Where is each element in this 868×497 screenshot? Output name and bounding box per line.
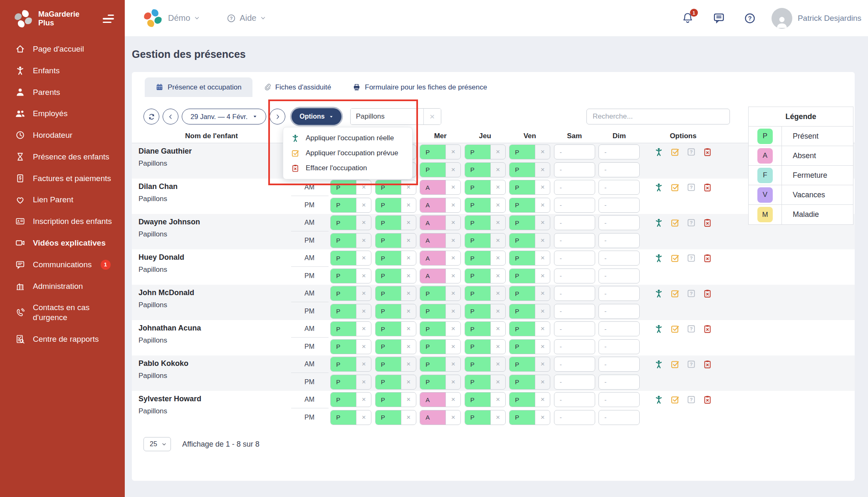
status-value[interactable]: P — [509, 234, 535, 248]
clear-cell-button[interactable]: × — [445, 304, 460, 318]
sidebar-item[interactable]: Enfants — [0, 60, 125, 82]
status-value[interactable]: P — [331, 322, 356, 336]
clear-cell-button[interactable]: × — [356, 340, 371, 354]
status-value[interactable]: P — [376, 375, 401, 389]
status-value[interactable]: P — [509, 198, 535, 212]
child-icon[interactable] — [654, 360, 663, 369]
clear-cell-button[interactable]: × — [401, 234, 416, 248]
clear-cell-button[interactable]: × — [401, 251, 416, 265]
occupation-cell-empty[interactable]: - — [554, 392, 595, 407]
status-value[interactable]: P — [376, 216, 401, 230]
menu-item[interactable]: Effacer l'occupation — [283, 161, 412, 176]
occupation-cell-empty[interactable]: - — [554, 268, 595, 283]
occupation-cell-empty[interactable]: - — [598, 162, 640, 177]
status-value[interactable]: P — [331, 216, 356, 230]
clear-cell-button[interactable]: × — [401, 393, 416, 407]
clear-cell-button[interactable]: × — [445, 234, 460, 248]
status-value[interactable]: P — [465, 322, 490, 336]
child-name[interactable]: Diane Gauthier — [138, 147, 291, 156]
status-value[interactable]: P — [465, 163, 490, 177]
sidebar-item[interactable]: Horodateur — [0, 124, 125, 146]
occupation-cell-empty[interactable]: - — [598, 251, 640, 266]
clear-cell-button[interactable]: × — [356, 357, 371, 371]
status-value[interactable]: P — [465, 269, 490, 283]
clear-cell-button[interactable]: × — [356, 216, 371, 230]
child-icon[interactable] — [654, 218, 663, 227]
status-value[interactable]: P — [509, 145, 535, 159]
sidebar-item[interactable]: Présence des enfants — [0, 146, 125, 168]
status-value[interactable]: P — [420, 340, 445, 354]
clear-cell-button[interactable]: × — [445, 180, 460, 194]
occupation-cell-empty[interactable]: - — [598, 392, 640, 407]
occupation-cell-empty[interactable]: - — [598, 144, 640, 159]
occupation-cell-empty[interactable]: - — [598, 233, 640, 248]
menu-item[interactable]: Appliquer l'occupation réelle — [283, 131, 412, 146]
child-icon[interactable] — [654, 147, 663, 157]
occupation-cell-empty[interactable]: - — [598, 215, 640, 230]
search-input[interactable] — [586, 109, 730, 124]
status-value[interactable]: P — [376, 410, 401, 425]
child-name[interactable]: Sylvester Howard — [138, 395, 291, 403]
status-value[interactable]: P — [331, 180, 356, 194]
occupation-cell-empty[interactable]: - — [554, 375, 595, 390]
status-value[interactable]: P — [420, 163, 445, 177]
status-value[interactable]: P — [465, 304, 490, 318]
child-icon[interactable] — [654, 395, 663, 404]
status-value[interactable]: P — [331, 340, 356, 354]
clear-cell-button[interactable]: × — [401, 375, 416, 389]
checkbox-icon[interactable] — [670, 360, 680, 369]
clear-cell-button[interactable]: × — [445, 145, 460, 159]
org-switcher[interactable]: Démo — [168, 13, 200, 23]
status-value[interactable]: P — [509, 269, 535, 283]
clear-cell-button[interactable]: × — [490, 322, 505, 336]
status-value[interactable]: P — [509, 340, 535, 354]
notifications-button[interactable]: 1 — [682, 12, 694, 24]
child-name[interactable]: John McDonald — [138, 288, 291, 297]
clear-cell-button[interactable]: × — [356, 410, 371, 425]
sidebar-item[interactable]: Factures et paiements — [0, 168, 125, 189]
clear-cell-button[interactable]: × — [445, 163, 460, 177]
clear-cell-button[interactable]: × — [445, 340, 460, 354]
status-value[interactable]: P — [331, 286, 356, 301]
clear-cell-button[interactable]: × — [490, 216, 505, 230]
clear-cell-button[interactable]: × — [535, 357, 550, 371]
status-value[interactable]: P — [509, 216, 535, 230]
status-value[interactable]: P — [509, 251, 535, 265]
status-value[interactable]: P — [331, 304, 356, 318]
help-menu[interactable]: ? Aide — [227, 13, 266, 23]
status-value[interactable]: P — [465, 340, 490, 354]
clear-cell-button[interactable]: × — [535, 198, 550, 212]
clear-cell-button[interactable]: × — [535, 216, 550, 230]
child-name[interactable]: Pablo Kokoko — [138, 359, 291, 368]
sidebar-item[interactable]: Centre de rapports — [0, 328, 125, 350]
occupation-cell-empty[interactable]: - — [598, 321, 640, 336]
clear-cell-button[interactable]: × — [490, 286, 505, 301]
occupation-cell-empty[interactable]: - — [554, 357, 595, 372]
clear-cell-button[interactable]: × — [401, 216, 416, 230]
clear-cell-button[interactable]: × — [535, 180, 550, 194]
clear-cell-button[interactable]: × — [490, 357, 505, 371]
clipboard-x-icon[interactable] — [703, 147, 712, 157]
occupation-cell-empty[interactable]: - — [598, 339, 640, 354]
clear-cell-button[interactable]: × — [490, 251, 505, 265]
clear-cell-button[interactable]: × — [535, 322, 550, 336]
occupation-cell-empty[interactable]: - — [554, 410, 595, 425]
clear-cell-button[interactable]: × — [490, 393, 505, 407]
clear-cell-button[interactable]: × — [490, 163, 505, 177]
status-value[interactable]: P — [465, 393, 490, 407]
menu-item[interactable]: Appliquer l'occupation prévue — [283, 146, 412, 161]
child-name[interactable]: Dilan Chan — [138, 182, 291, 191]
group-filter-input[interactable] — [351, 109, 423, 124]
status-value[interactable]: P — [465, 251, 490, 265]
status-value[interactable]: P — [509, 163, 535, 177]
clear-cell-button[interactable]: × — [535, 234, 550, 248]
clear-filter-button[interactable]: × — [423, 109, 441, 124]
status-value[interactable]: A — [420, 234, 445, 248]
occupation-cell-empty[interactable]: - — [554, 321, 595, 336]
clear-cell-button[interactable]: × — [356, 234, 371, 248]
clear-cell-button[interactable]: × — [445, 357, 460, 371]
status-value[interactable]: P — [331, 410, 356, 425]
clear-cell-button[interactable]: × — [535, 145, 550, 159]
occupation-cell-empty[interactable]: - — [598, 375, 640, 390]
clear-cell-button[interactable]: × — [356, 393, 371, 407]
